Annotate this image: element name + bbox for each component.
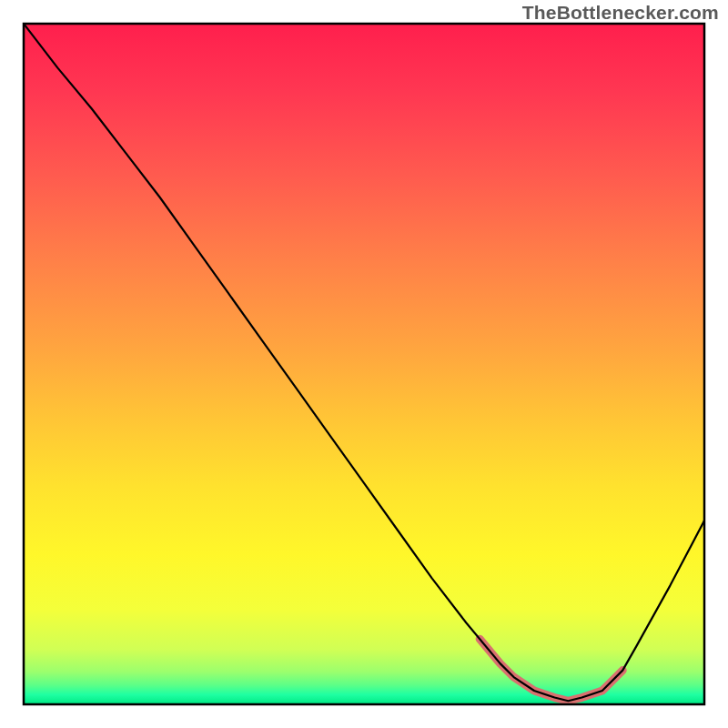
chart-svg <box>0 0 728 728</box>
bottleneck-chart: TheBottlenecker.com <box>0 0 728 728</box>
gradient-background <box>24 24 704 704</box>
watermark-label: TheBottlenecker.com <box>522 2 719 24</box>
